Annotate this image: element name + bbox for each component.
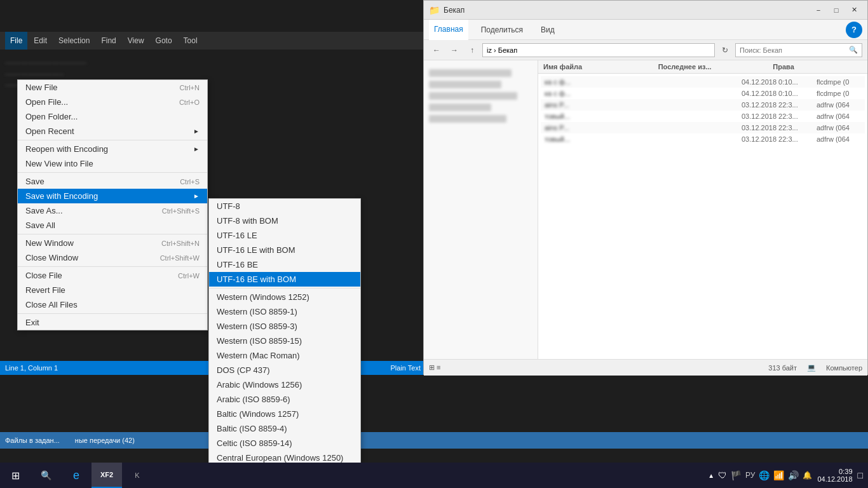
menu-open-folder[interactable]: Open Folder...: [18, 109, 207, 124]
sep4: [18, 266, 207, 267]
tray-icon-chrome[interactable]: 🌐: [759, 470, 770, 480]
encoding-baltic-iso[interactable]: Baltic (ISO 8859-4): [209, 421, 360, 436]
close-all-files-label: Close All Files: [25, 300, 78, 309]
refresh-button[interactable]: ↻: [717, 43, 733, 58]
menu-new-view[interactable]: New View into File: [18, 156, 207, 171]
taskbar-apps: e XF2 K: [61, 463, 153, 488]
new-window-label: New Window: [25, 238, 74, 248]
open-file-shortcut: Ctrl+O: [179, 98, 200, 106]
encoding-iso-8859-1[interactable]: Western (ISO 8859-1): [209, 304, 360, 319]
encoding-celtic[interactable]: Celtic (ISO 8859-14): [209, 436, 360, 451]
col-filename: Имя файла: [543, 63, 633, 71]
file-row[interactable]: товый... 03.12.2018 22:3... adfrw (064: [541, 133, 865, 145]
encoding-utf8-bom[interactable]: UTF-8 with BOM: [209, 214, 360, 228]
new-window-shortcut: Ctrl+Shift+N: [161, 240, 200, 247]
minimize-button[interactable]: −: [810, 4, 827, 17]
menu-close-window[interactable]: Close Window Ctrl+Shift+W: [18, 250, 207, 265]
notification-button[interactable]: □: [858, 470, 863, 480]
ftp-queue-label: ные передачи (42): [75, 437, 135, 444]
menu-tools[interactable]: Tool: [179, 32, 203, 50]
start-button[interactable]: ⊞: [0, 463, 31, 488]
encoding-windows-1252[interactable]: Western (Windows 1252): [209, 290, 360, 304]
menu-edit[interactable]: Edit: [29, 32, 52, 50]
menu-revert-file[interactable]: Revert File: [18, 283, 207, 297]
maximize-button[interactable]: □: [828, 4, 844, 17]
encoding-utf16be[interactable]: UTF-16 BE: [209, 257, 360, 272]
encoding-utf16le-bom[interactable]: UTF-16 LE with BOM: [209, 243, 360, 257]
taskbar-xf2[interactable]: XF2: [92, 463, 122, 488]
menu-goto[interactable]: Goto: [151, 32, 177, 50]
file-menu-dropdown: New File Ctrl+N Open File... Ctrl+O Open…: [17, 79, 208, 330]
menu-new-window[interactable]: New Window Ctrl+Shift+N: [18, 236, 207, 250]
encoding-utf8[interactable]: UTF-8: [209, 199, 360, 214]
ftp-area: Файлы в задан... ные передачи (42): [0, 432, 868, 449]
menu-save-as[interactable]: Save As... Ctrl+Shift+S: [18, 203, 207, 218]
file-rows: ка с ф... 04.12.2018 0:10... flcdmpe (0 …: [538, 74, 867, 147]
taskbar-edge[interactable]: e: [61, 463, 92, 488]
taskbar-date-text: 04.12.2018: [817, 475, 852, 483]
encoding-utf16le[interactable]: UTF-16 LE: [209, 228, 360, 243]
forward-button[interactable]: →: [447, 43, 462, 58]
ftp-files-label: Файлы в задан...: [5, 437, 60, 444]
encoding-baltic-1257[interactable]: Baltic (Windows 1257): [209, 407, 360, 421]
up-button[interactable]: ↑: [465, 43, 480, 58]
menu-find[interactable]: Find: [96, 32, 121, 50]
tray-icon-network[interactable]: 📶: [773, 470, 784, 480]
menu-new-file[interactable]: New File Ctrl+N: [18, 80, 207, 95]
menu-open-file[interactable]: Open File... Ctrl+O: [18, 95, 207, 109]
encoding-dos-437[interactable]: DOS (CP 437): [209, 363, 360, 377]
tray-icon-notification[interactable]: 🔔: [803, 471, 812, 480]
menu-file[interactable]: File: [5, 32, 27, 50]
file-row[interactable]: ains P... 03.12.2018 22:3... adfrw (064: [541, 99, 865, 111]
tray-icon-arrow[interactable]: ▲: [708, 472, 714, 479]
new-file-shortcut: Ctrl+N: [180, 84, 200, 92]
menu-save-encoding[interactable]: Save with Encoding ►: [18, 189, 207, 203]
menu-view[interactable]: View: [123, 32, 149, 50]
back-button[interactable]: ←: [429, 43, 444, 58]
file-row[interactable]: товый... 03.12.2018 22:3... adfrw (064: [541, 111, 865, 122]
close-button[interactable]: ✕: [846, 4, 862, 17]
encoding-iso-8859-15[interactable]: Western (ISO 8859-15): [209, 334, 360, 348]
address-bar[interactable]: iz › Бекап: [482, 43, 715, 57]
encoding-arabic-1256[interactable]: Arabic (Windows 1256): [209, 377, 360, 392]
menu-save[interactable]: Save Ctrl+S: [18, 174, 207, 189]
search-input[interactable]: [740, 46, 846, 54]
menu-reopen-encoding[interactable]: Reopen with Encoding ►: [18, 142, 207, 156]
open-recent-arrow: ►: [193, 128, 200, 135]
encoding-iso-8859-3[interactable]: Western (ISO 8859-3): [209, 319, 360, 334]
exit-label: Exit: [25, 318, 39, 327]
ribbon-tab-share[interactable]: Поделиться: [476, 20, 528, 40]
ribbon-tab-home[interactable]: Главная: [429, 20, 468, 40]
save-all-label: Save All: [25, 220, 55, 230]
menu-selection[interactable]: Selection: [53, 32, 95, 50]
window-controls: − □ ✕: [810, 4, 862, 17]
taskbar-clock[interactable]: 0:39 04.12.2018: [817, 468, 852, 483]
tray-icon-flag[interactable]: 🏴: [731, 470, 742, 480]
tray-icon-shield[interactable]: 🛡: [718, 470, 727, 480]
file-row[interactable]: ка с ф... 04.12.2018 0:10... flcdmpe (0: [541, 88, 865, 99]
tray-icon-lang[interactable]: РУ: [745, 471, 755, 480]
editor-menubar: File Edit Selection Find View Goto Tool: [0, 32, 426, 50]
save-encoding-label: Save with Encoding: [25, 191, 98, 201]
menu-open-recent[interactable]: Open Recent ►: [18, 124, 207, 139]
encoding-utf16be-bom[interactable]: UTF-16 BE with BOM: [209, 272, 360, 287]
menu-exit[interactable]: Exit: [18, 315, 207, 330]
menu-close-all-files[interactable]: Close All Files: [18, 297, 207, 312]
help-button[interactable]: ?: [846, 22, 862, 38]
close-window-label: Close Window: [25, 253, 78, 262]
encoding-arabic-iso[interactable]: Arabic (ISO 8859-6): [209, 392, 360, 407]
ribbon-tab-view[interactable]: Вид: [536, 20, 560, 40]
file-row[interactable]: ains P... 03.12.2018 22:3... adfrw (064: [541, 122, 865, 133]
encoding-mac-roman[interactable]: Western (Mac Roman): [209, 348, 360, 363]
tray-icon-volume[interactable]: 🔊: [788, 470, 799, 480]
file-list: Имя файла Последнее из... Права ка с ф..…: [538, 60, 867, 359]
menu-close-file[interactable]: Close File Ctrl+W: [18, 268, 207, 283]
file-list-header: Имя файла Последнее из... Права: [538, 60, 867, 74]
file-row[interactable]: ка с ф... 04.12.2018 0:10... flcdmpe (0: [541, 76, 865, 88]
taskbar-kontakt[interactable]: K: [122, 463, 153, 488]
menu-save-all[interactable]: Save All: [18, 218, 207, 233]
sep5: [18, 313, 207, 314]
taskbar-search-button[interactable]: 🔍: [31, 463, 61, 488]
search-bar[interactable]: 🔍: [735, 43, 862, 57]
save-as-shortcut: Ctrl+Shift+S: [162, 207, 200, 215]
